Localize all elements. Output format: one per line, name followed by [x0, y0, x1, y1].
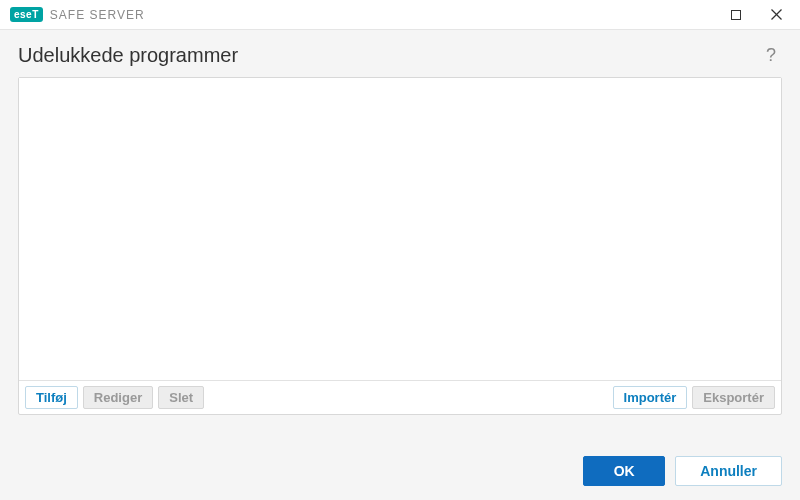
- edit-button: Rediger: [83, 386, 153, 409]
- add-button[interactable]: Tilføj: [25, 386, 78, 409]
- export-button: Eksportér: [692, 386, 775, 409]
- exclusion-list[interactable]: [19, 78, 781, 380]
- delete-button: Slet: [158, 386, 204, 409]
- cancel-button[interactable]: Annuller: [675, 456, 782, 486]
- titlebar: eseT SAFE SERVER: [0, 0, 800, 30]
- brand-logo: eseT SAFE SERVER: [10, 7, 145, 22]
- page-title: Udelukkede programmer: [18, 44, 238, 67]
- brand-text: SAFE SERVER: [50, 8, 145, 22]
- header-row: Udelukkede programmer ?: [18, 44, 782, 67]
- content-area: Udelukkede programmer ? Tilføj Rediger S…: [0, 30, 800, 415]
- brand-badge: eseT: [10, 7, 43, 22]
- panel-toolbar: Tilføj Rediger Slet Importér Eksportér: [19, 380, 781, 414]
- maximize-button[interactable]: [716, 1, 756, 29]
- dialog-footer: OK Annuller: [0, 444, 800, 500]
- close-icon: [771, 9, 782, 20]
- svg-rect-0: [732, 10, 741, 19]
- exclusion-panel: Tilføj Rediger Slet Importér Eksportér: [18, 77, 782, 415]
- import-button[interactable]: Importér: [613, 386, 688, 409]
- window-controls: [716, 1, 796, 29]
- ok-button[interactable]: OK: [583, 456, 665, 486]
- close-button[interactable]: [756, 1, 796, 29]
- help-icon[interactable]: ?: [760, 45, 782, 66]
- maximize-icon: [731, 10, 741, 20]
